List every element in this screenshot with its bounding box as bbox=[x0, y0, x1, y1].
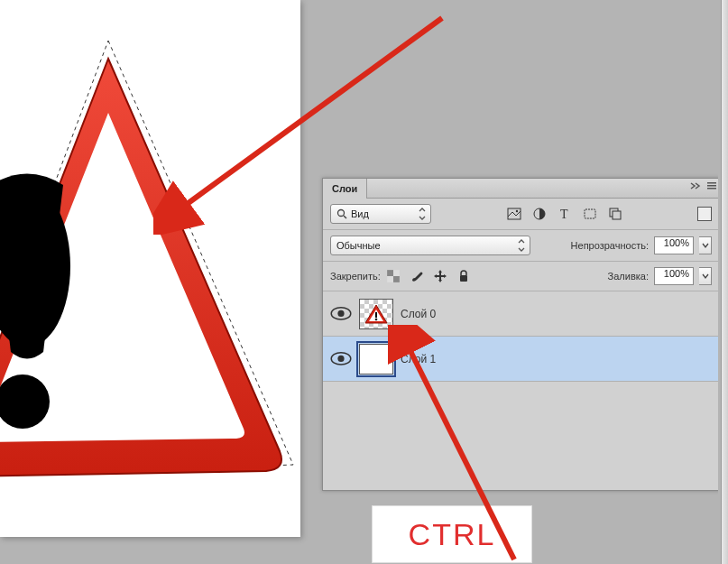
shape-filter-icon[interactable] bbox=[583, 207, 597, 221]
document-canvas[interactable] bbox=[0, 0, 300, 537]
move-icon[interactable] bbox=[433, 269, 447, 283]
lock-row: Закрепить: Заливка: 100% bbox=[323, 262, 719, 291]
panel-tabbar: Слои bbox=[323, 179, 719, 199]
tab-layers[interactable]: Слои bbox=[323, 179, 367, 199]
blend-mode-label: Обычные bbox=[336, 240, 381, 251]
opacity-input[interactable]: 100% bbox=[654, 236, 694, 254]
lock-label: Закрепить: bbox=[330, 271, 381, 282]
adjust-filter-icon[interactable] bbox=[532, 207, 547, 221]
lock-icon[interactable] bbox=[456, 269, 471, 283]
svg-rect-4 bbox=[707, 185, 716, 187]
fill-value: 100% bbox=[664, 268, 689, 279]
brush-icon[interactable] bbox=[410, 269, 424, 283]
layer-name[interactable]: Слой 1 bbox=[401, 353, 436, 365]
fill-input[interactable]: 100% bbox=[654, 267, 694, 285]
eye-icon[interactable] bbox=[330, 348, 352, 370]
layer-row[interactable]: Слой 1 bbox=[323, 337, 719, 382]
warning-sign-graphic bbox=[0, 36, 298, 505]
smartobject-filter-icon[interactable] bbox=[608, 207, 622, 221]
layer-thumbnail[interactable] bbox=[359, 344, 393, 374]
eye-icon[interactable] bbox=[330, 303, 352, 325]
svg-rect-16 bbox=[393, 270, 400, 276]
collapse-icon[interactable] bbox=[690, 180, 701, 191]
panel-menu-icon[interactable] bbox=[706, 180, 717, 191]
opacity-label: Непрозрачность: bbox=[571, 240, 649, 251]
vertical-scrollbar[interactable] bbox=[721, 0, 728, 564]
layers-list: Слой 0 Слой 1 bbox=[323, 291, 719, 382]
fill-slider-toggle[interactable] bbox=[699, 267, 712, 285]
layer-row[interactable]: Слой 0 bbox=[323, 291, 719, 337]
layers-footer bbox=[323, 382, 719, 490]
layers-panel: Слои Вид T bbox=[322, 178, 720, 491]
svg-rect-19 bbox=[460, 275, 467, 282]
svg-point-6 bbox=[338, 210, 345, 217]
lock-pixels-icon[interactable] bbox=[386, 269, 401, 283]
svg-point-27 bbox=[337, 356, 344, 362]
opacity-slider-toggle[interactable] bbox=[699, 236, 712, 254]
svg-rect-12 bbox=[585, 209, 595, 218]
svg-text:T: T bbox=[560, 208, 568, 221]
svg-point-21 bbox=[337, 310, 344, 317]
svg-rect-24 bbox=[375, 312, 377, 318]
opacity-value: 100% bbox=[664, 237, 689, 248]
annotation-ctrl-text: CTRL bbox=[409, 517, 496, 552]
svg-line-7 bbox=[344, 216, 346, 218]
filter-toggle[interactable] bbox=[697, 207, 712, 221]
svg-point-25 bbox=[375, 318, 378, 320]
blend-mode-select[interactable]: Обычные bbox=[330, 236, 530, 255]
svg-rect-17 bbox=[387, 276, 393, 282]
layer-name[interactable]: Слой 0 bbox=[401, 308, 436, 320]
svg-rect-5 bbox=[707, 188, 716, 190]
annotation-ctrl-key: CTRL bbox=[372, 505, 532, 563]
svg-point-9 bbox=[515, 210, 517, 212]
fill-label: Заливка: bbox=[608, 271, 649, 282]
image-filter-icon[interactable] bbox=[507, 207, 521, 221]
tab-label: Слои bbox=[332, 183, 357, 194]
search-icon bbox=[336, 208, 347, 219]
svg-rect-14 bbox=[613, 211, 621, 219]
blend-row: Обычные Непрозрачность: 100% bbox=[323, 230, 719, 262]
layer-thumbnail[interactable] bbox=[359, 299, 393, 329]
type-filter-icon[interactable]: T bbox=[558, 207, 572, 221]
svg-rect-18 bbox=[393, 276, 400, 282]
svg-rect-3 bbox=[707, 182, 716, 184]
filter-kind-select[interactable]: Вид bbox=[330, 204, 431, 224]
filter-kind-label: Вид bbox=[351, 208, 369, 219]
filter-row: Вид T bbox=[323, 199, 719, 230]
svg-rect-15 bbox=[387, 270, 393, 276]
